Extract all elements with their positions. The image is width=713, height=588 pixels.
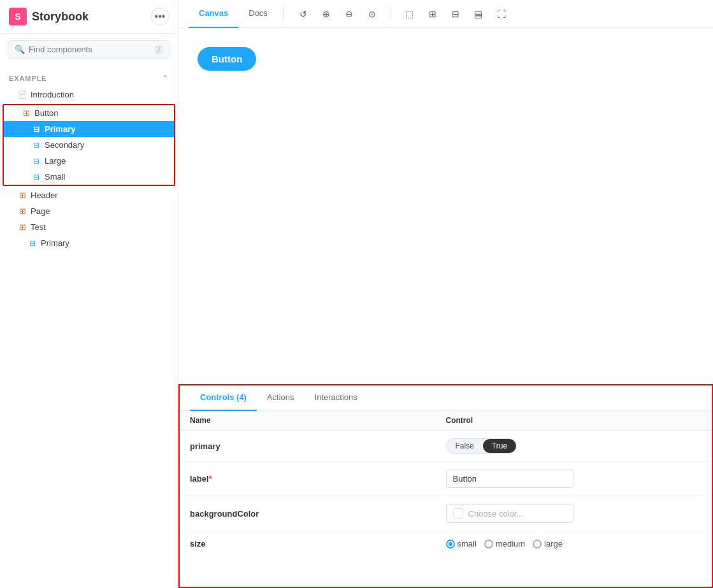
- radio-group-size: small medium large: [446, 539, 563, 549]
- sidebar: S Storybook ••• 🔍 / EXAMPLE ⌃ 📄 Introduc…: [0, 0, 178, 588]
- sidebar-header: S Storybook •••: [0, 0, 178, 34]
- docs-icon: 📄: [18, 90, 27, 99]
- control-name-bgcolor: backgroundColor: [190, 509, 446, 519]
- story-icon: ⊟: [32, 125, 41, 134]
- bottom-panel: Controls (4) Actions Interactions Name C…: [178, 384, 713, 588]
- color-swatch: [453, 508, 463, 519]
- radio-medium[interactable]: medium: [484, 539, 525, 549]
- radio-label-medium: medium: [496, 539, 525, 549]
- sidebar-item-label: Secondary: [45, 140, 84, 150]
- component-icon: ⊞: [18, 191, 27, 200]
- toolbar-icons: ↺ ⊕ ⊖ ⊙ ⬚ ⊞ ⊟ ▤ ⛶: [294, 4, 511, 24]
- story-icon: ⊟: [28, 239, 37, 248]
- toolbar-divider: [283, 7, 284, 21]
- sidebar-item-button-secondary[interactable]: ⊟ Secondary: [4, 137, 174, 153]
- sidebar-item-label: Test: [31, 222, 46, 232]
- sidebar-item-header[interactable]: ⊞ Header: [0, 187, 178, 203]
- search-shortcut: /: [155, 45, 163, 54]
- control-row-size: size small medium: [180, 531, 712, 556]
- control-value-primary: False True: [446, 438, 702, 454]
- sidebar-item-introduction[interactable]: 📄 Introduction: [0, 87, 178, 103]
- sidebar-content: EXAMPLE ⌃ 📄 Introduction ⊞ Button ⊟ Prim…: [0, 65, 178, 588]
- color-placeholder: Choose color...: [468, 509, 524, 519]
- radio-circle-medium: [484, 540, 493, 549]
- controls-header: Name Control: [180, 411, 712, 431]
- sidebar-item-label: Primary: [45, 124, 75, 134]
- sidebar-item-label: Button: [34, 108, 59, 118]
- toggle-group-primary[interactable]: False True: [446, 438, 517, 454]
- radio-large[interactable]: large: [533, 539, 563, 549]
- sidebar-item-button-large[interactable]: ⊟ Large: [4, 153, 174, 169]
- radio-circle-small: [446, 540, 455, 549]
- toolbar: Canvas Docs ↺ ⊕ ⊖ ⊙ ⬚ ⊞ ⊟ ▤ ⛶: [178, 0, 713, 28]
- control-row-label: label*: [180, 462, 712, 496]
- control-name-size: size: [190, 539, 446, 549]
- preview-button[interactable]: Button: [198, 47, 256, 71]
- image-icon[interactable]: ⬚: [400, 4, 419, 24]
- brand-icon: S: [9, 8, 27, 25]
- fullscreen-icon[interactable]: ⛶: [492, 4, 511, 24]
- story-icon: ⊟: [32, 173, 41, 182]
- tab-actions[interactable]: Actions: [257, 385, 305, 411]
- sidebar-item-label: Page: [31, 206, 50, 216]
- story-icon: ⊟: [32, 141, 41, 150]
- reload-icon[interactable]: ↺: [294, 4, 313, 24]
- search-input[interactable]: [29, 45, 151, 54]
- required-marker: *: [209, 474, 212, 484]
- component-icon: ⊞: [18, 223, 27, 232]
- brand-name: Storybook: [32, 10, 89, 24]
- search-bar[interactable]: 🔍 /: [8, 40, 170, 59]
- toggle-true[interactable]: True: [483, 439, 516, 453]
- grid-icon[interactable]: ⊞: [423, 4, 442, 24]
- control-row-bgcolor: backgroundColor Choose color...: [180, 496, 712, 531]
- zoom-out-icon[interactable]: ⊖: [340, 4, 359, 24]
- tab-controls[interactable]: Controls (4): [190, 385, 257, 411]
- sidebar-item-button-small[interactable]: ⊟ Small: [4, 169, 174, 185]
- component-icon: ⊞: [22, 109, 31, 118]
- canvas-area: Button: [178, 28, 713, 384]
- controls-table: Name Control primary False True: [180, 411, 712, 587]
- tab-docs[interactable]: Docs: [238, 0, 278, 28]
- zoom-reset-icon[interactable]: ⊙: [363, 4, 382, 24]
- toggle-false[interactable]: False: [447, 439, 483, 453]
- component-icon: ⊞: [18, 207, 27, 216]
- sidebar-item-label: Large: [45, 156, 66, 166]
- section-chevron[interactable]: ⌃: [162, 74, 169, 83]
- main-content: Canvas Docs ↺ ⊕ ⊖ ⊙ ⬚ ⊞ ⊟ ▤ ⛶ Button Co: [178, 0, 713, 588]
- radio-label-large: large: [544, 539, 563, 549]
- section-header-example: EXAMPLE ⌃: [0, 70, 178, 87]
- section-label: EXAMPLE: [9, 75, 47, 82]
- sidebar-item-label: Primary: [41, 238, 69, 248]
- story-icon: ⊟: [32, 157, 41, 166]
- more-menu-button[interactable]: •••: [151, 8, 169, 25]
- toolbar-divider-2: [391, 7, 391, 21]
- sidebar-item-page[interactable]: ⊞ Page: [0, 203, 178, 219]
- radio-circle-large: [533, 540, 542, 549]
- zoom-in-icon[interactable]: ⊕: [317, 4, 336, 24]
- brand: S Storybook: [9, 8, 89, 25]
- panel-tabs: Controls (4) Actions Interactions: [180, 385, 712, 411]
- search-icon: 🔍: [15, 45, 25, 54]
- col-header-name: Name: [190, 416, 446, 425]
- sidebar-item-test[interactable]: ⊞ Test: [0, 219, 178, 235]
- control-value-label: [446, 470, 702, 488]
- color-picker[interactable]: Choose color...: [446, 504, 573, 523]
- label-input[interactable]: [446, 470, 573, 488]
- sidebar-item-button[interactable]: ⊞ Button: [4, 105, 174, 121]
- sidebar-item-label: Introduction: [31, 90, 74, 99]
- tab-interactions[interactable]: Interactions: [305, 385, 368, 411]
- radio-small[interactable]: small: [446, 539, 477, 549]
- sidebar-item-label: Small: [45, 172, 66, 182]
- layout-icon[interactable]: ▤: [469, 4, 488, 24]
- control-value-size: small medium large: [446, 539, 702, 549]
- sidebar-item-test-primary[interactable]: ⊟ Primary: [0, 235, 178, 251]
- control-name-label: label*: [190, 474, 446, 484]
- measure-icon[interactable]: ⊟: [446, 4, 465, 24]
- col-header-control: Control: [446, 416, 702, 425]
- tab-canvas[interactable]: Canvas: [189, 0, 238, 28]
- control-row-primary: primary False True: [180, 431, 712, 462]
- sidebar-item-button-primary[interactable]: ⊟ Primary: [4, 121, 174, 137]
- radio-label-small: small: [457, 539, 477, 549]
- sidebar-item-label: Header: [31, 190, 58, 200]
- control-name-primary: primary: [190, 441, 446, 451]
